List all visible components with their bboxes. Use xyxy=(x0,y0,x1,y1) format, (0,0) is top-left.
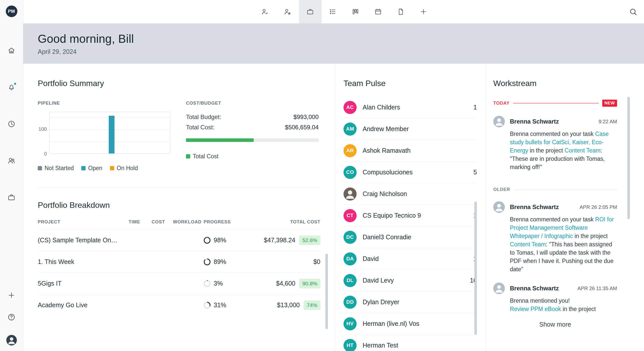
tab-page[interactable] xyxy=(390,0,412,23)
today-divider: TODAY NEW xyxy=(493,100,617,107)
tab-list[interactable] xyxy=(322,0,344,23)
pipeline-chart-block: PIPELINE 1000 Not StartedOpenOn Hold xyxy=(38,101,170,172)
author-avatar xyxy=(493,201,505,213)
column-header[interactable]: TIME xyxy=(123,219,146,225)
member-name: Ashok Ramavath xyxy=(363,147,410,154)
nav-recent-icon[interactable] xyxy=(7,120,16,128)
member-name: Herman (live.nl) Vos xyxy=(363,320,419,327)
team-member-row[interactable]: DCDaniel3 Conradie xyxy=(344,226,477,248)
search-icon[interactable] xyxy=(629,8,637,16)
member-avatar: DC xyxy=(344,231,357,244)
legend-swatch xyxy=(110,166,114,170)
team-pulse-panel: Team Pulse ACAlan Childers1AMAndrew Memb… xyxy=(335,64,486,351)
cost-badge: 90.8% xyxy=(299,279,320,288)
summary-row: PIPELINE 1000 Not StartedOpenOn Hold COS… xyxy=(38,101,320,172)
cost-budget-block: COST/BUDGET Total Budget: $993,000 Total… xyxy=(186,101,319,172)
team-member-row[interactable]: COCompusoluciones5 xyxy=(344,162,477,183)
team-member-row[interactable]: DDDylan Dreyer xyxy=(344,291,477,313)
portfolio-scrollbar[interactable] xyxy=(325,254,328,329)
team-member-row[interactable]: Craig Nicholson xyxy=(344,183,477,205)
workstream-item: Brenna SchwartzAPR 26 11:35 AMBrenna men… xyxy=(493,283,617,313)
member-avatar: DA xyxy=(344,252,357,265)
progress-value: 98% xyxy=(214,237,226,244)
tab-board[interactable] xyxy=(344,0,367,23)
tab-user-star[interactable] xyxy=(276,0,299,23)
column-header[interactable]: WORKLOAD xyxy=(171,219,204,225)
project-name[interactable]: (CS) Sample Template Onbo... xyxy=(38,237,123,244)
progress-cell: 3% xyxy=(204,280,245,287)
sidebar-add-icon[interactable] xyxy=(7,291,16,299)
total-budget-value: $993,000 xyxy=(293,113,319,121)
app: PM Good morning, Bill April 29, 2024 Por… xyxy=(0,0,644,351)
project-name[interactable]: 5Gigs IT xyxy=(38,280,123,287)
team-pulse-scrollbar[interactable] xyxy=(474,202,477,335)
cost-legend-item: Total Cost xyxy=(186,153,218,160)
cost-badge: 52.6% xyxy=(299,236,320,245)
author-avatar xyxy=(493,283,505,294)
workstream-scrollbar[interactable] xyxy=(627,97,630,219)
team-member-row[interactable]: ARAshok Ramavath xyxy=(344,140,477,162)
legend-swatch xyxy=(38,166,42,170)
progress-ring xyxy=(204,237,211,244)
task-link[interactable]: Review PPM eBook xyxy=(510,306,561,312)
nav-home-icon[interactable] xyxy=(7,46,16,55)
task-link[interactable]: Content Team xyxy=(510,241,546,248)
older-divider: OLDER xyxy=(493,187,617,192)
total-cost-value: $4,600 xyxy=(276,280,295,287)
project-name[interactable]: 1. This Week xyxy=(38,258,123,265)
user-avatar[interactable] xyxy=(6,335,17,345)
tab-add[interactable] xyxy=(412,0,435,23)
member-name: Craig Nicholson xyxy=(363,190,407,198)
table-row[interactable]: Academy Go Live31%$13,00074% xyxy=(38,294,320,316)
tab-portfolio[interactable] xyxy=(299,0,322,23)
column-header[interactable]: TOTAL COST xyxy=(245,219,320,225)
legend-label: On Hold xyxy=(117,165,138,172)
nav-notifications-icon[interactable] xyxy=(7,83,16,91)
team-member-row[interactable]: DLDavid Levy16 xyxy=(344,270,477,291)
member-count: 1 xyxy=(473,104,477,111)
nav-portfolio-icon[interactable] xyxy=(7,193,16,202)
greeting-title: Good morning, Bill xyxy=(38,32,644,46)
section-divider xyxy=(38,187,320,187)
column-header[interactable]: PROGRESS xyxy=(204,219,245,225)
nav-team-icon[interactable] xyxy=(7,157,16,165)
legend-label: Open xyxy=(88,165,102,172)
legend-swatch xyxy=(186,154,190,159)
column-header[interactable]: COST xyxy=(146,219,171,225)
progress-ring xyxy=(204,302,211,309)
column-header[interactable]: PROJECT xyxy=(38,219,123,225)
total-budget-row: Total Budget: $993,000 xyxy=(186,113,319,121)
table-row[interactable]: 1. This Week89%$0 xyxy=(38,251,320,272)
progress-value: 3% xyxy=(214,280,223,287)
help-icon[interactable] xyxy=(7,313,16,321)
tab-calendar[interactable] xyxy=(367,0,390,23)
app-logo[interactable]: PM xyxy=(6,6,17,17)
member-name: David Levy xyxy=(363,277,394,284)
greeting-date: April 29, 2024 xyxy=(38,48,644,55)
team-member-row[interactable]: HVHerman (live.nl) Vos xyxy=(344,313,477,335)
y-tick-label: 0 xyxy=(44,151,47,157)
team-member-row[interactable]: HTHerman Test xyxy=(344,335,477,351)
today-line xyxy=(513,103,599,103)
member-name: Alan Childers xyxy=(363,104,400,111)
team-member-row[interactable]: DADavid1 xyxy=(344,248,477,270)
cost-budget-label: COST/BUDGET xyxy=(186,101,319,106)
project-name[interactable]: Academy Go Live xyxy=(38,301,123,309)
table-row[interactable]: 5Gigs IT3%$4,60090.8% xyxy=(38,272,320,294)
total-cost-cell: $47,398.2452.6% xyxy=(245,236,320,245)
team-member-row[interactable]: ACAlan Childers1 xyxy=(344,97,477,118)
team-pulse-title: Team Pulse xyxy=(344,79,485,88)
team-member-row[interactable]: CTCS Equipo Tecnico 91 xyxy=(344,205,477,226)
team-member-row[interactable]: AMAndrew Member xyxy=(344,118,477,140)
sidebar-nav xyxy=(7,46,16,202)
show-more-button[interactable]: Show more xyxy=(493,321,617,328)
table-row[interactable]: (CS) Sample Template Onbo...98%$47,398.2… xyxy=(38,229,320,251)
older-label: OLDER xyxy=(493,187,510,192)
tab-user-check[interactable] xyxy=(254,0,276,23)
task-link[interactable]: Content Team xyxy=(564,147,600,154)
member-avatar: AR xyxy=(344,144,357,157)
task-link[interactable]: ROI for Project Management Software Whit… xyxy=(510,216,614,239)
portfolio-breakdown-table: PROJECTTIMECOSTWORKLOADPROGRESSTOTAL COS… xyxy=(38,219,320,316)
progress-value: 31% xyxy=(214,301,226,309)
workstream-item: Brenna SchwartzAPR 26 2:05 PMBrenna comm… xyxy=(493,201,617,274)
